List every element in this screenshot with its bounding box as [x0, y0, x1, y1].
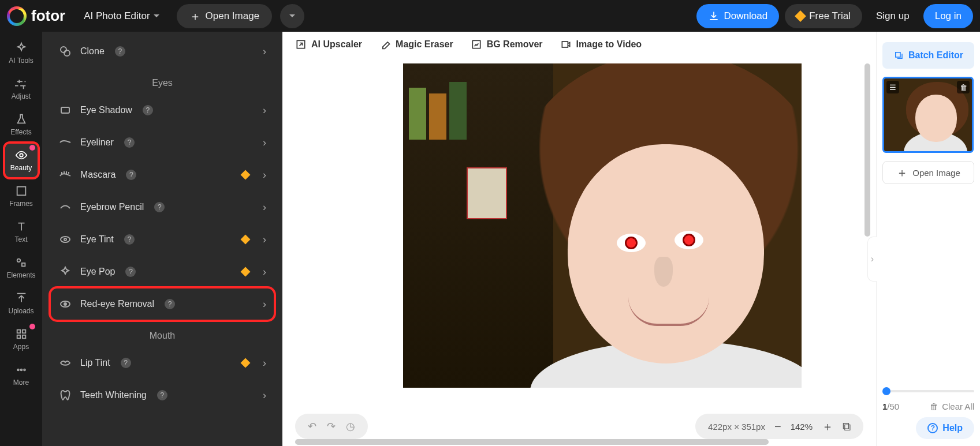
zoom-out-button[interactable]: − [774, 420, 781, 433]
open-image-button[interactable]: ＋ Open Image [177, 4, 273, 28]
panel-item-eyebrow-pencil[interactable]: Eyebrow Pencil ? › [50, 191, 274, 223]
help-icon[interactable]: ? [124, 137, 135, 148]
clear-all-button[interactable]: 🗑 Clear All [930, 402, 974, 411]
panel-item-eye-tint[interactable]: Eye Tint ? › [50, 223, 274, 256]
text-icon [15, 220, 28, 233]
plus-icon: ＋ [189, 10, 201, 22]
rail-more[interactable]: More [4, 357, 39, 393]
vertical-scrollbar[interactable] [865, 63, 870, 400]
eye-icon [15, 149, 28, 162]
help-icon[interactable]: ? [126, 170, 136, 180]
item-label: Eye Tint [80, 234, 114, 245]
svg-point-12 [64, 50, 70, 56]
rail-label: AI Tools [9, 57, 33, 65]
help-icon[interactable]: ? [165, 299, 175, 309]
help-icon[interactable]: ? [125, 267, 136, 277]
rail-apps[interactable]: Apps [4, 321, 39, 357]
clone-icon [58, 44, 72, 58]
section-header-eyes: Eyes [42, 78, 282, 88]
rail-ai-tools[interactable]: AI Tools [4, 35, 39, 71]
free-trial-button[interactable]: Free Trial [785, 4, 862, 28]
chevron-right-icon: › [263, 201, 266, 213]
open-image-more-button[interactable] [280, 4, 304, 28]
help-icon[interactable]: ? [154, 202, 165, 212]
compare-button[interactable]: ⧉ [843, 420, 851, 433]
svg-point-11 [61, 47, 66, 53]
open-image-label: Open Image [206, 10, 260, 22]
svg-rect-20 [562, 42, 568, 47]
batch-editor-button[interactable]: Batch Editor [882, 42, 974, 69]
delete-icon[interactable]: 🗑 [957, 81, 970, 93]
chevron-down-icon [289, 14, 295, 20]
panel-item-teeth-whitening[interactable]: Teeth Whitening ? › [50, 379, 274, 411]
rail-text[interactable]: Text [4, 214, 39, 250]
rail-label: Adjust [12, 92, 31, 100]
svg-point-2 [17, 259, 20, 263]
help-icon[interactable]: ? [124, 234, 135, 245]
log-in-label: Log in [935, 10, 962, 22]
rail-adjust[interactable]: Adjust [4, 71, 39, 107]
tool-label: AI Upscaler [311, 39, 362, 50]
rail-effects[interactable]: Effects [4, 107, 39, 143]
tool-ai-upscaler[interactable]: AI Upscaler [295, 39, 362, 50]
help-icon[interactable]: ? [157, 390, 167, 400]
rail-frames[interactable]: Frames [4, 178, 39, 214]
right-rail: › Batch Editor ☰ 🗑 ＋ Open Image 1/50 🗑 [876, 32, 980, 446]
tool-bg-remover[interactable]: BG Remover [471, 39, 543, 50]
canvas-area: AI Upscaler Magic Eraser BG Remover Imag… [282, 32, 876, 446]
svg-rect-4 [17, 330, 20, 333]
panel-item-red-eye-removal[interactable]: Red-eye Removal ? › [50, 288, 274, 320]
item-label: Eye Shadow [80, 105, 132, 115]
logo[interactable]: fotor [7, 6, 65, 26]
image-thumbnail[interactable]: ☰ 🗑 [882, 77, 974, 153]
svg-point-15 [64, 238, 66, 241]
shapes-icon [15, 256, 28, 269]
sign-up-link[interactable]: Sign up [876, 10, 910, 22]
trash-icon: 🗑 [930, 402, 938, 411]
panel-item-eye-shadow[interactable]: Eye Shadow ? › [50, 94, 274, 126]
panel-item-eyeliner[interactable]: Eyeliner ? › [50, 126, 274, 159]
help-button[interactable]: ? Help [916, 417, 974, 439]
rail-uploads[interactable]: Uploads [4, 286, 39, 321]
frame-icon [15, 185, 28, 197]
premium-icon [241, 358, 251, 368]
right-collapse-handle[interactable]: › [867, 237, 877, 282]
tool-image-to-video[interactable]: Image to Video [560, 39, 642, 50]
stack-icon [893, 50, 904, 61]
more-icon [15, 363, 28, 376]
svg-rect-5 [22, 330, 25, 333]
photo-canvas[interactable] [403, 63, 802, 388]
download-button[interactable]: Download [696, 4, 780, 28]
panel-item-clone[interactable]: Clone ? › [50, 35, 274, 68]
layers-icon[interactable]: ☰ [886, 81, 899, 93]
help-icon[interactable]: ? [143, 105, 153, 115]
editor-mode-dropdown[interactable]: AI Photo Editor [84, 10, 159, 22]
history-button[interactable]: ◷ [346, 420, 355, 433]
svg-rect-13 [61, 107, 69, 113]
rail-elements[interactable]: Elements [4, 250, 39, 286]
redo-button[interactable]: ↷ [327, 420, 336, 433]
log-in-button[interactable]: Log in [923, 4, 973, 28]
tool-magic-eraser[interactable]: Magic Eraser [379, 39, 453, 50]
svg-rect-3 [21, 263, 24, 267]
horizontal-scrollbar[interactable] [295, 439, 863, 445]
svg-point-14 [61, 237, 70, 242]
open-image-secondary-button[interactable]: ＋ Open Image [882, 161, 974, 184]
rail-beauty[interactable]: Beauty [4, 143, 39, 178]
section-header-mouth: Mouth [42, 331, 282, 341]
eye-shadow-icon [58, 103, 72, 117]
chevron-right-icon: › [263, 46, 266, 58]
chevron-right-icon: › [263, 357, 266, 369]
thumbnail-slider[interactable] [882, 390, 974, 392]
svg-point-8 [17, 369, 19, 371]
help-icon[interactable]: ? [121, 358, 131, 368]
chevron-right-icon: › [263, 137, 266, 149]
zoom-in-button[interactable]: ＋ [822, 419, 833, 434]
undo-button[interactable]: ↶ [308, 420, 316, 433]
help-icon[interactable]: ? [115, 46, 125, 57]
panel-item-lip-tint[interactable]: Lip Tint ? › [50, 347, 274, 379]
panel-item-eye-pop[interactable]: Eye Pop ? › [50, 256, 274, 288]
canvas-bottom-bar: ↶ ↷ ◷ 422px × 351px − 142% ＋ ⧉ [295, 414, 863, 439]
panel-item-mascara[interactable]: Mascara ? › [50, 159, 274, 191]
image-stage[interactable] [340, 63, 865, 411]
